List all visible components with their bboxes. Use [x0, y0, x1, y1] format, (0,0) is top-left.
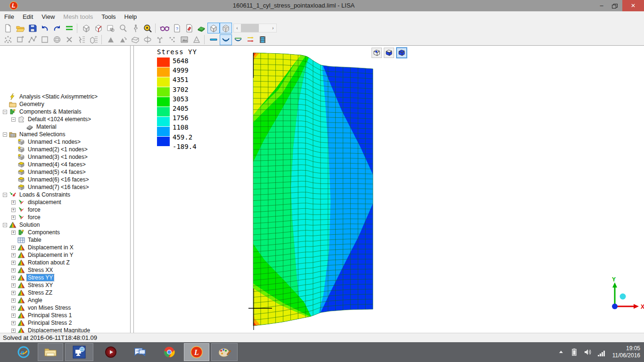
expand-icon[interactable]: +: [11, 268, 16, 272]
expand-icon[interactable]: +: [11, 329, 16, 333]
mirror-icon[interactable]: [141, 34, 154, 45]
tree-item-displacement-magnitude[interactable]: +Displacement Magnitude: [11, 327, 91, 333]
collapse-icon[interactable]: −: [3, 223, 7, 227]
tree-item-unnamed-4-4-faces[interactable]: Unnamed(4) <4 faces>: [11, 161, 87, 168]
move-nodes-icon[interactable]: [75, 34, 88, 45]
tree-item-principal-stress-1[interactable]: +Principal Stress 1: [11, 312, 73, 319]
taskbar-messaging[interactable]: [126, 343, 154, 361]
tree-item-principal-stress-2[interactable]: +Principal Stress 2: [11, 319, 73, 327]
expand-icon[interactable]: +: [11, 298, 16, 303]
menu-view[interactable]: View: [37, 11, 59, 22]
sphere-cage-icon[interactable]: [51, 34, 63, 45]
tree-item-unnamed-7-16-faces[interactable]: Unnamed(7) <16 faces>: [11, 183, 90, 191]
deformed-icon[interactable]: [220, 34, 232, 45]
redo-icon[interactable]: [51, 23, 63, 33]
undeformed-icon[interactable]: [207, 34, 220, 45]
tray-expand-icon[interactable]: [557, 348, 565, 356]
tree-item-stress-zz[interactable]: +Stress ZZ: [11, 289, 53, 296]
taskbar-clock[interactable]: 19:0511/06/2016: [610, 345, 640, 359]
tree-item-named-selections[interactable]: −Named Selections: [3, 131, 66, 138]
shade-cube-icon[interactable]: [207, 23, 220, 33]
outline-tri-icon[interactable]: [190, 34, 203, 45]
expand-icon[interactable]: +: [11, 208, 16, 212]
taskbar-remote-pc[interactable]: [65, 343, 93, 361]
dots-icon[interactable]: [166, 34, 178, 45]
zoom-extents-icon[interactable]: [141, 23, 154, 33]
menu-help[interactable]: Help: [120, 11, 141, 22]
tree-item-table[interactable]: Table: [11, 236, 42, 244]
taskbar-lisa[interactable]: L: [184, 343, 209, 361]
image-icon[interactable]: [178, 34, 190, 45]
tree-item-rotation-about-z[interactable]: +Rotation about Z: [11, 259, 71, 266]
solve-icon[interactable]: [63, 23, 75, 33]
zoom-icon[interactable]: [117, 23, 129, 33]
scroll-left-icon[interactable]: ‹: [234, 25, 240, 31]
expand-icon[interactable]: +: [11, 230, 16, 235]
tree-item-stress-yy[interactable]: +Stress YY: [11, 274, 54, 281]
tree-item-stress-xx[interactable]: +Stress XX: [11, 266, 54, 274]
both-deformed-icon[interactable]: [232, 34, 244, 45]
title-bar[interactable]: L 160611_1_cyl_stress_pointaxload.liml -…: [0, 0, 644, 11]
open-file-icon[interactable]: [14, 23, 26, 33]
new-file-icon[interactable]: [2, 23, 14, 33]
tree-item-unnamed-2-1-nodes[interactable]: Unnamed(2) <1 nodes>: [11, 146, 89, 153]
close-button[interactable]: ✕: [622, 0, 644, 11]
scroll-track[interactable]: [240, 24, 270, 32]
minimize-button[interactable]: –: [595, 0, 608, 11]
tree-item-von-mises-stress[interactable]: +von Mises Stress: [11, 304, 72, 312]
collapse-icon[interactable]: −: [11, 117, 16, 122]
expand-icon[interactable]: +: [11, 200, 16, 205]
spread-arrows-icon[interactable]: [154, 34, 166, 45]
undo-icon[interactable]: [39, 23, 51, 33]
speaker-icon[interactable]: [583, 348, 592, 356]
tree-item-displacement[interactable]: +displacement: [11, 198, 62, 206]
tree-item-unnamed-6-16-faces[interactable]: Unnamed(6) <16 faces>: [11, 176, 90, 183]
menu-tools[interactable]: Tools: [97, 11, 120, 22]
menu-mesh-tools[interactable]: Mesh tools: [59, 11, 97, 22]
stress-contour-plot[interactable]: YX: [134, 46, 644, 332]
tree-item-loads-constraints[interactable]: −Loads & Constraints: [3, 191, 71, 198]
tree-item-displacement-in-y[interactable]: +Displacement in Y: [11, 251, 74, 259]
solid-cube-button[interactable]: [396, 48, 407, 58]
wire-cube-icon[interactable]: [80, 23, 92, 33]
axes-cube-icon[interactable]: [92, 23, 105, 33]
delete-icon[interactable]: [63, 34, 75, 45]
timestep-scrollbar[interactable]: ‹›: [233, 24, 277, 33]
tree-item-stress-xy[interactable]: +Stress XY: [11, 281, 54, 289]
tree-item-default-1024-elements[interactable]: −Default <1024 elements>: [11, 115, 92, 123]
tree-item-analysis-static-axisymmetric[interactable]: Analysis <Static Axisymmetric>: [3, 93, 99, 100]
collapse-icon[interactable]: −: [3, 193, 7, 197]
restore-button[interactable]: [609, 0, 622, 11]
tree-item-force[interactable]: +force: [11, 206, 41, 214]
expand-icon[interactable]: +: [11, 261, 16, 265]
taskbar-chrome[interactable]: [156, 343, 183, 361]
node-spray-icon[interactable]: [2, 34, 14, 45]
polyline-icon[interactable]: [26, 34, 39, 45]
square-icon[interactable]: [39, 34, 51, 45]
scroll-thumb[interactable]: [241, 24, 259, 32]
load-arrows-icon[interactable]: [244, 34, 256, 45]
walk-view-icon[interactable]: [129, 23, 141, 33]
mesh-cube-icon[interactable]: [220, 23, 232, 33]
glasses-view-icon[interactable]: [158, 23, 171, 33]
eraser-icon[interactable]: [195, 23, 207, 33]
expand-icon[interactable]: +: [11, 321, 16, 325]
tree-item-unnamed-5-4-faces[interactable]: Unnamed(5) <4 faces>: [11, 168, 87, 176]
expand-icon[interactable]: +: [11, 313, 16, 318]
new-element-icon[interactable]: [14, 34, 26, 45]
tree-item-components-materials[interactable]: −Components & Materials: [3, 108, 82, 115]
tri-arrow-icon[interactable]: [117, 34, 129, 45]
help-page-icon[interactable]: ?: [171, 23, 183, 33]
tree-item-geometry[interactable]: Geometry: [3, 100, 45, 108]
expand-icon[interactable]: +: [11, 306, 16, 310]
menu-edit[interactable]: Edit: [18, 11, 37, 22]
scroll-right-icon[interactable]: ›: [270, 25, 276, 31]
taskbar-media-player[interactable]: [97, 343, 124, 361]
menu-file[interactable]: File: [0, 11, 18, 22]
expand-icon[interactable]: +: [11, 276, 16, 280]
signal-icon[interactable]: [596, 348, 605, 356]
expand-icon[interactable]: +: [11, 283, 16, 288]
taskbar-ie[interactable]: e: [10, 343, 37, 361]
tree-item-angle[interactable]: +Angle: [11, 296, 43, 304]
tree-item-unnamed-1-nodes[interactable]: Unnamed <1 nodes>: [11, 138, 82, 146]
